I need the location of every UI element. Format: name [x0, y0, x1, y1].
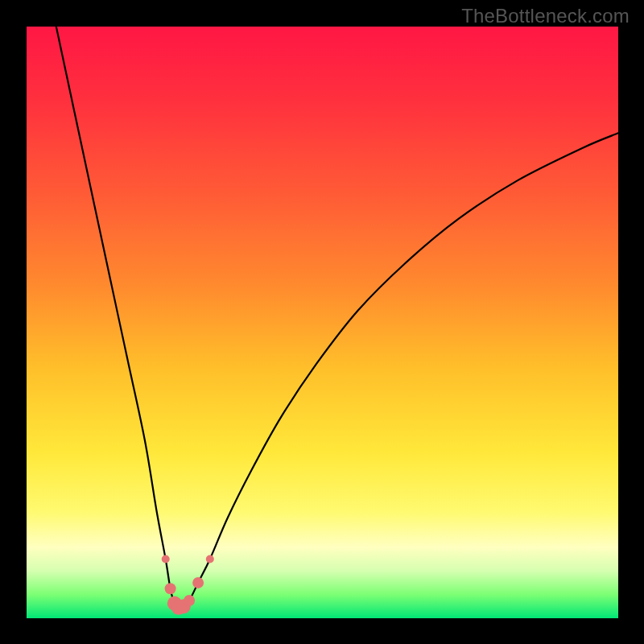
trough-marker: [165, 583, 176, 594]
bottleneck-curve: [56, 27, 618, 608]
bottleneck-curve-svg: [27, 27, 618, 618]
trough-marker: [192, 577, 204, 588]
chart-frame: TheBottleneck.com: [0, 0, 644, 644]
trough-marker: [162, 555, 170, 564]
trough-marker: [184, 595, 195, 606]
trough-marker: [206, 555, 214, 564]
trough-markers: [162, 555, 214, 615]
plot-area: [27, 27, 618, 618]
watermark-text: TheBottleneck.com: [461, 5, 630, 27]
